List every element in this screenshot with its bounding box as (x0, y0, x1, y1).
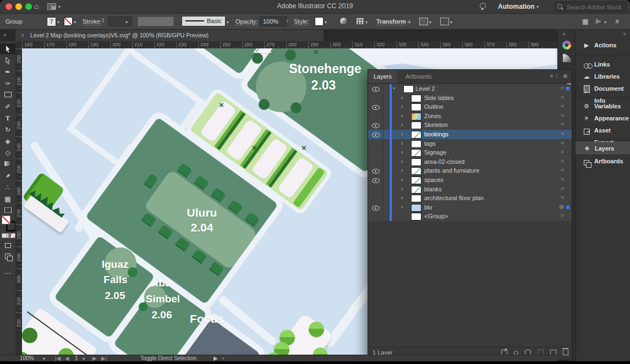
expand-chevron-icon[interactable]: › (401, 103, 403, 109)
target-circle[interactable]: ○ (561, 140, 564, 146)
visibility-toggle[interactable] (368, 120, 384, 129)
target-circle[interactable]: ○ (561, 176, 564, 182)
lock-toggle[interactable] (383, 157, 390, 166)
target-circle[interactable]: ○ (561, 85, 564, 91)
gradient-panel-icon[interactable] (563, 54, 571, 62)
recolor-artwork-icon[interactable] (339, 17, 348, 25)
target-circle[interactable]: ○ (561, 103, 564, 109)
selection-tool[interactable] (0, 43, 15, 54)
zoom-level[interactable]: 100% (20, 355, 34, 361)
edit-toolbar-icon[interactable]: ⋯ (0, 268, 15, 279)
next-artboard-icon[interactable]: ▶ (92, 355, 97, 361)
layer-name[interactable]: Skeleton (424, 122, 448, 128)
artboard-chevron-icon[interactable]: ▾ (83, 356, 85, 361)
paint-style-buttons[interactable] (1, 233, 15, 238)
expand-chevron-icon[interactable]: › (401, 130, 403, 137)
layer-row-architectural-floor-plan[interactable]: › architectural floor plan ○ (368, 194, 572, 203)
target-circle[interactable]: ○ (561, 121, 564, 127)
layer-row-plants-and-furniature[interactable]: › plants and furniature ○ (368, 166, 572, 176)
visibility-toggle[interactable] (368, 102, 384, 111)
automation-chevron-icon[interactable]: ▾ (536, 4, 539, 9)
tab-layers[interactable]: Layers (368, 70, 397, 83)
expand-chevron-icon[interactable]: › (401, 121, 403, 128)
layer-row-skeleton[interactable]: › Skeleton ○ (368, 120, 572, 130)
visibility-toggle[interactable] (368, 175, 384, 184)
prev-artboard-icon[interactable]: ◀ (65, 355, 69, 361)
dock-collapse-icon[interactable]: « (623, 31, 626, 37)
expand-chevron-icon[interactable]: › (401, 158, 403, 164)
stroke-stepper[interactable]: ▴▾ (102, 18, 104, 23)
shape-mode-chevron-icon[interactable]: ▾ (429, 20, 431, 25)
style-label[interactable]: Style: (294, 18, 309, 25)
document-tab[interactable]: × Level 2 Map (booking overlays)V6.svg* … (15, 30, 324, 41)
layer-name[interactable]: Zones (424, 113, 441, 119)
lock-toggle[interactable] (383, 120, 390, 129)
opacity-value[interactable]: 100% (260, 16, 287, 26)
layer-name[interactable]: area-02-closed (424, 158, 464, 165)
fill-color-swatch[interactable]: 7 (47, 17, 56, 26)
visibility-toggle[interactable] (368, 93, 384, 102)
expand-chevron-icon[interactable]: › (401, 94, 403, 101)
search-input[interactable] (566, 2, 626, 12)
mesh-tool[interactable]: ▦ (0, 194, 15, 205)
stroke-color-chevron-icon[interactable]: ▾ (74, 20, 76, 25)
panel-collapse-icon[interactable]: « (562, 31, 566, 37)
paintbrush-tool[interactable]: ✐ (0, 101, 15, 112)
drawing-modes-icon[interactable] (0, 240, 15, 251)
status-play-icon[interactable]: ▶ (213, 355, 218, 361)
lock-toggle[interactable] (383, 212, 390, 220)
screen-mode-icon[interactable] (0, 251, 15, 262)
tab-artboards[interactable]: Artboards (400, 70, 437, 83)
layer-name[interactable]: Level 2 (415, 85, 435, 92)
lock-toggle[interactable] (383, 194, 390, 202)
dock-item-layers[interactable]: ❖ Layers (576, 142, 630, 154)
direct-selection-tool[interactable] (0, 55, 15, 66)
lock-toggle[interactable] (383, 185, 390, 194)
target-circle[interactable]: ○ (561, 158, 564, 164)
expand-chevron-icon[interactable]: › (401, 176, 403, 183)
target-circle[interactable]: ○ (561, 94, 564, 100)
expand-chevron-icon[interactable]: › (401, 140, 403, 146)
dock-item-links[interactable]: Links (576, 58, 630, 70)
stroke-color-swatch[interactable] (64, 17, 73, 26)
expand-chevron-icon[interactable]: › (401, 148, 403, 155)
dock-item-asset-export[interactable]: Asset Export (576, 124, 630, 136)
delete-layer-icon[interactable] (563, 350, 568, 356)
lock-toggle[interactable] (383, 139, 390, 148)
visibility-toggle[interactable] (368, 203, 384, 212)
toolbar-expand-icon[interactable]: » (3, 32, 7, 38)
lock-toggle[interactable] (383, 102, 390, 111)
opacity-chevron-icon[interactable]: › (286, 18, 288, 24)
visibility-toggle[interactable] (368, 194, 384, 202)
dock-item-libraries[interactable]: ☁ Libraries (576, 70, 630, 82)
none-button[interactable] (10, 233, 15, 238)
panel-menu-icon[interactable]: ≡ (615, 18, 619, 25)
color-themes-icon[interactable] (562, 41, 571, 49)
layer-name[interactable]: plants and furniature (424, 167, 479, 174)
layer-name[interactable]: blanks (424, 186, 442, 192)
gradient-tool[interactable] (0, 159, 15, 170)
dock-item-artboards[interactable]: Artboards (576, 155, 630, 167)
expand-chevron-icon[interactable]: › (401, 203, 403, 210)
dock-item-appearance[interactable]: ☀ Appearance (576, 112, 630, 124)
zoom-chevron-icon[interactable]: ▾ (43, 356, 45, 361)
layer-name[interactable]: tags (424, 140, 436, 147)
stroke-weight-value[interactable] (108, 16, 132, 26)
type-tool[interactable]: T (0, 113, 15, 124)
layer-row-level-2[interactable]: › Level 2 ○ (368, 84, 572, 94)
layer-name[interactable]: architectural floor plan (424, 195, 484, 201)
tab-close-icon[interactable]: × (21, 32, 24, 38)
lock-toggle[interactable] (383, 148, 390, 157)
last-artboard-icon[interactable]: ▶| (101, 355, 107, 361)
layer-name[interactable]: spaces (424, 177, 443, 183)
expand-chevron-icon[interactable]: › (401, 185, 403, 192)
stroke-weight-label[interactable]: Stroke: (83, 18, 102, 25)
target-circle-selected[interactable]: ◎ (559, 203, 564, 209)
visibility-toggle[interactable] (368, 166, 384, 175)
pen-tool[interactable]: ✒ (0, 67, 15, 78)
lock-toggle[interactable] (383, 175, 390, 184)
visibility-toggle[interactable] (368, 185, 384, 194)
dock-item-actions[interactable]: ▶ Actions (576, 39, 630, 51)
panel-menu-icon[interactable]: ≡ (563, 72, 567, 80)
layer-row-spaces[interactable]: › spaces ○ (368, 175, 572, 185)
